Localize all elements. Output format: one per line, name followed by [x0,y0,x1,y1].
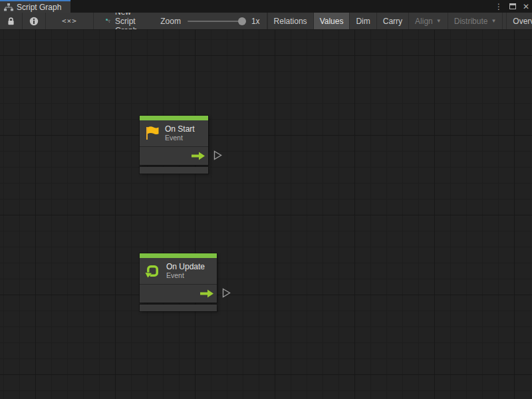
node-port-row [140,284,217,303]
trigger-arrow-icon[interactable] [192,152,205,160]
node-header: On Start Event [140,120,208,146]
graph-canvas[interactable] [0,30,532,399]
node-color-bar [140,253,217,258]
angle-brackets-icon: <×> [62,17,77,25]
node-title: On Update [166,262,205,271]
window-controls: ⋮ ✕ [495,0,529,13]
node-footer [140,167,208,174]
zoom-control: Zoom 1x [151,13,266,29]
kebab-menu-icon[interactable]: ⋮ [495,3,503,11]
tab-label: Script Graph [17,3,61,12]
trigger-arrow-icon[interactable] [200,289,214,298]
toolbar-toggle-group: Relations Values Dim Carry Align ▼ Distr… [267,13,532,29]
node-subtitle: Event [165,134,195,142]
code-view-button[interactable]: <×> [46,13,94,29]
node-on-update[interactable]: On Update Event [140,253,217,311]
relations-button[interactable]: Relations [267,13,314,29]
node-subtitle: Event [166,271,205,280]
output-port-icon[interactable] [213,150,222,160]
script-graph-window: Script Graph ⋮ ✕ <×> [0,0,532,399]
flag-icon [145,126,159,141]
maximize-icon[interactable] [509,3,516,9]
zoom-value: 1x [251,17,260,26]
chevron-down-icon: ▼ [436,18,442,24]
output-port-icon[interactable] [222,288,231,298]
overview-button[interactable]: Overview [507,13,532,29]
info-icon [29,17,39,26]
distribute-dropdown[interactable]: Distribute ▼ [448,13,503,29]
node-port-row [140,146,208,165]
zoom-label: Zoom [160,17,181,26]
tab-script-graph[interactable]: Script Graph [0,0,70,13]
graph-hierarchy-icon [4,3,13,11]
dim-button[interactable]: Dim [350,13,376,29]
close-icon[interactable]: ✕ [523,3,529,11]
node-header: On Update Event [140,258,217,284]
node-title: On Start [165,124,195,134]
toolbar: <×> New Script Graph Zoom 1x Relations [0,13,532,30]
carry-button[interactable]: Carry [377,13,409,29]
chevron-down-icon: ▼ [491,18,496,24]
values-button[interactable]: Values [314,13,350,29]
new-script-graph-button[interactable]: New Script Graph [99,13,151,29]
graph-node-icon [106,16,110,26]
lock-icon [7,17,15,26]
tab-bar: Script Graph ⋮ ✕ [0,0,532,13]
node-color-bar [140,116,208,120]
new-script-graph-label: New Script Graph [115,13,143,30]
zoom-slider[interactable] [188,21,245,22]
node-on-start[interactable]: On Start Event [140,116,208,174]
info-button[interactable] [23,13,46,29]
zoom-slider-handle[interactable] [238,17,246,25]
lock-button[interactable] [0,13,23,29]
align-dropdown[interactable]: Align ▼ [409,13,448,29]
node-footer [140,305,217,311]
loop-icon [145,263,160,279]
